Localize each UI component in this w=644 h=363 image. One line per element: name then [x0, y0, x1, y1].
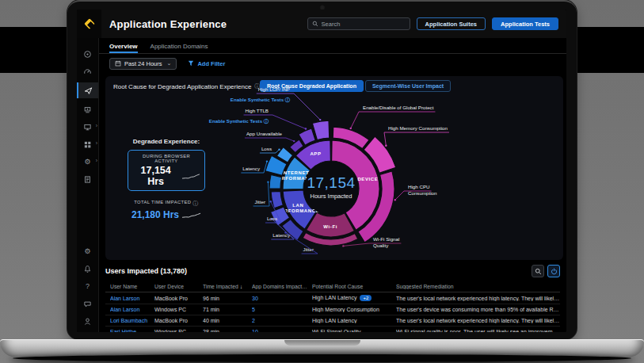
segment-label: APP [310, 151, 321, 156]
sidebar-item-feedback[interactable] [77, 297, 98, 310]
user-name-link[interactable]: Alan Larson [110, 296, 150, 301]
sidebar-item-views[interactable] [77, 48, 98, 60]
app-domains-count[interactable]: 2 [252, 318, 307, 323]
user-device: Windows PC [154, 329, 198, 332]
col-user-device[interactable]: User Device [154, 284, 198, 289]
callout-label: Enable/Disable of Global Protect [363, 105, 434, 110]
synthetic-tests-link[interactable]: Enable Synthetic Tests ⓘ [209, 118, 269, 124]
col-time-impacted[interactable]: Time Impacted↓ [203, 284, 247, 289]
help-icon: ? [86, 282, 90, 290]
time-range-value: Past 24 Hours [124, 60, 162, 67]
time-impacted: 40 min [203, 318, 247, 323]
application-tests-button[interactable]: Application Tests [492, 17, 558, 30]
sunburst-hole [304, 162, 358, 216]
time-impacted: 96 min [203, 296, 247, 301]
callout-dot [305, 128, 307, 129]
synthetic-tests-link[interactable]: Enable Synthetic Tests ⓘ [231, 97, 291, 103]
callout-dot [342, 245, 344, 246]
time-range-dropdown[interactable]: Past 24 Hours ⌄ [109, 58, 177, 70]
callout-label: High Memory Consumption [388, 125, 448, 131]
callout-label: Latency [272, 232, 291, 238]
add-filter-button[interactable]: Add Filter [188, 60, 225, 67]
root-cause: Wi-Fi Signal Quality [312, 329, 391, 332]
laptop-screen: Application Experience Application Suite… [67, 0, 577, 339]
chevron-right-icon: › [96, 140, 97, 146]
segment-label: Wi-Fi [323, 224, 337, 229]
search-input[interactable] [307, 17, 410, 30]
bell-icon [83, 265, 92, 273]
sidebar-item-notifications[interactable] [77, 262, 98, 275]
callout-dot [350, 128, 352, 129]
sidebar-item-dashboards[interactable] [77, 65, 98, 78]
root-cause-panel: Root Cause for Degraded Application Expe… [105, 76, 563, 260]
sidebar-item-integrations[interactable]: ⚙ › [77, 155, 98, 168]
sidebar-item-agents[interactable] [77, 103, 98, 116]
col-user-name[interactable]: User Name [110, 284, 150, 289]
agent-icon [83, 105, 92, 114]
callout-dot [278, 148, 280, 150]
app-domains-count[interactable]: 10 [252, 329, 307, 332]
callout-label: Latency [242, 166, 261, 171]
sunburst-subsegment[interactable] [269, 174, 282, 189]
sidebar-item-endpoints[interactable]: › [77, 120, 98, 133]
user-device: MacBook Pro [154, 318, 198, 323]
sunburst-chart: DEVICEEnable/Disable of Global ProtectHi… [105, 76, 563, 260]
sidebar-item-apps[interactable]: › [77, 138, 98, 151]
add-filter-label: Add Filter [197, 60, 225, 67]
user-name-link[interactable]: Earl Hirthe [110, 329, 150, 332]
sidebar-item-reports[interactable] [77, 173, 98, 185]
app-domains-count[interactable]: 5 [252, 307, 307, 312]
callout-dot [319, 119, 321, 120]
callout-label: Wi-Fi SignalQuality [373, 236, 399, 248]
col-root-cause[interactable]: Potential Root Cause [312, 284, 391, 289]
callout-dot [385, 145, 387, 147]
power-refresh-icon [551, 268, 558, 275]
callout-label: App Unavailable [246, 131, 283, 136]
user-name-link[interactable]: Lori Baumbach [110, 318, 150, 323]
sidebar-item-account[interactable] [77, 315, 98, 327]
sidebar-item-settings[interactable]: ⚙ [77, 245, 98, 258]
table-header-row: User Name User Device Time Impacted↓ App… [105, 281, 560, 292]
callout-label: Loss [261, 146, 272, 151]
callout-dot [394, 199, 396, 201]
tab-overview[interactable]: Overview [109, 43, 138, 53]
app-header: Application Experience Application Suite… [77, 10, 566, 38]
brand-diamond-icon [83, 17, 96, 30]
root-cause: High LAN Latency+2 [312, 295, 391, 301]
user-icon [83, 317, 92, 326]
callout-line [384, 132, 449, 146]
app-screen: Application Experience Application Suite… [77, 10, 566, 332]
root-cause: High LAN Latency [312, 318, 391, 323]
app-domains-count[interactable]: 30 [252, 296, 307, 301]
brand-logo[interactable] [77, 10, 101, 38]
apps-grid-icon [83, 140, 92, 149]
tab-application-domains[interactable]: Application Domains [151, 43, 208, 53]
remediation-text: The user's local network experienced hig… [396, 318, 560, 323]
segment-label: DEVICE [357, 177, 378, 182]
dashboard-icon [83, 67, 92, 76]
table-row: Lori Baumbach MacBook Pro 40 min 2 High … [105, 315, 560, 327]
sunburst-subsegment[interactable] [312, 120, 329, 139]
stage: Application Experience Application Suite… [0, 0, 644, 363]
live-refresh-button[interactable] [547, 265, 560, 277]
table-search-button[interactable] [532, 265, 544, 277]
monitor-icon [83, 123, 92, 132]
callout-line [343, 243, 401, 246]
header-actions: Application Suites Application Tests [307, 17, 558, 30]
table-row: Alan Larson MacBook Pro 96 min 30 High L… [105, 292, 560, 304]
application-suites-button[interactable]: Application Suites [417, 17, 486, 30]
report-icon [83, 175, 92, 184]
sidebar-item-help[interactable]: ? [77, 280, 98, 292]
sidebar-item-tests[interactable] [77, 82, 98, 98]
user-name-link[interactable]: Alan Larson [110, 307, 150, 312]
chevron-down-icon: ⌄ [167, 60, 172, 67]
col-app-domains[interactable]: App Domains Impacted [252, 284, 307, 289]
chevron-right-icon: › [96, 158, 97, 163]
users-impacted-section: Users Impacted (13,780) [105, 265, 560, 332]
col-remediation[interactable]: Suggested Remediation [396, 284, 560, 289]
search-field[interactable] [322, 21, 406, 28]
chevron-right-icon: › [96, 123, 97, 128]
callout-label: High LCP/ INP [258, 86, 290, 92]
laptop-lid-notch [284, 340, 360, 346]
cause-count-badge[interactable]: +2 [360, 295, 372, 301]
